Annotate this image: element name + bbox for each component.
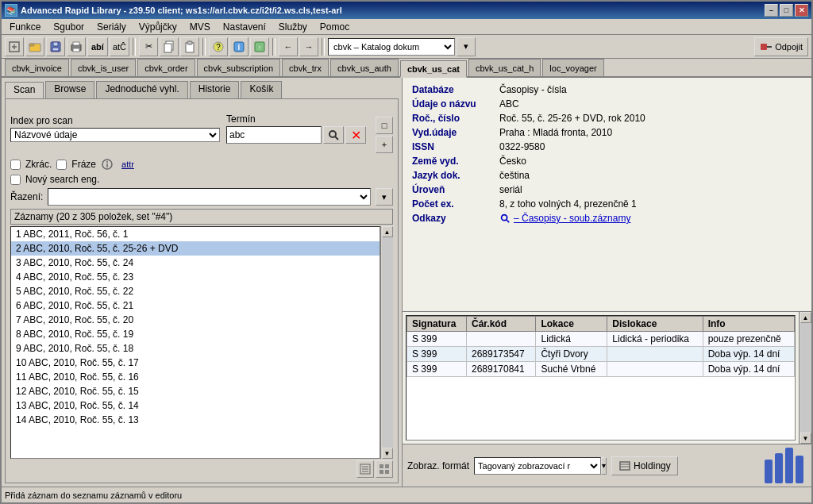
toolbar-copy-btn[interactable] (160, 37, 179, 56)
tab-cbvk-us-cat-h[interactable]: cbvk_us_cat_h (468, 59, 541, 76)
tab-cbvk-order[interactable]: cbvk_order (137, 59, 195, 76)
list-item[interactable]: 7 ABC, 2010, Roč. 55, č. 20 (11, 313, 380, 327)
tab-cbvk-subscription[interactable]: cbvk_subscription (197, 59, 280, 76)
maximize-button[interactable]: □ (780, 4, 793, 17)
sub-tabs: Scan Browse Jednoduché vyhl. Historie Ko… (2, 78, 402, 98)
format-dropdown-btn[interactable]: ▾ (601, 457, 607, 475)
list-item[interactable]: 6 ABC, 2010, Roč. 55, č. 21 (11, 298, 380, 313)
toolbar-export-btn[interactable]: ↑ (250, 37, 269, 56)
toolbar-cut-btn[interactable]: ✂ (139, 37, 158, 56)
logo-area (765, 448, 807, 483)
list-item[interactable]: 10 ABC, 2010, Roč. 55, č. 17 (11, 356, 380, 370)
clear-button[interactable]: ✕ (345, 126, 366, 144)
tab-cbvk-invoice[interactable]: cbvk_invoice (5, 59, 69, 76)
detail-field-label: Jazyk dok. (409, 168, 496, 183)
extra-btn-2[interactable]: + (376, 136, 393, 153)
list-item[interactable]: 12 ABC, 2010, Roč. 55, č. 15 (11, 384, 380, 398)
left-panel: Scan Browse Jednoduché vyhl. Historie Ko… (2, 78, 403, 487)
list-scrollbar[interactable]: ▲ ▼ (380, 226, 393, 459)
list-item[interactable]: 14 ABC, 2010, Roč. 55, č. 13 (11, 413, 380, 427)
menu-sgubor[interactable]: Sgubor (47, 20, 91, 34)
menu-vypujcky[interactable]: Výpůjčky (133, 20, 183, 34)
sub-tab-jednoduche[interactable]: Jednoduché vyhl. (96, 81, 187, 98)
menu-mvs[interactable]: MVS (183, 20, 217, 34)
detail-field-label: Země vyd. (409, 154, 496, 168)
holdings-scrollbar[interactable]: ▲ ▼ (799, 312, 811, 444)
index-select[interactable]: Názvové údaje (10, 128, 220, 142)
toolbar-print-btn[interactable] (67, 37, 86, 56)
toolbar-help-btn[interactable]: ? (209, 37, 228, 56)
toolbar-sep-3 (272, 38, 275, 56)
toolbar-spellcheck-btn[interactable]: abí (87, 37, 108, 56)
list-action-btn-1[interactable] (356, 460, 374, 478)
menu-pomoc[interactable]: Pomoc (314, 20, 356, 34)
format-combo[interactable]: Tagovaný zobrazovací r (474, 457, 601, 475)
search-link-icon[interactable] (499, 213, 511, 224)
search-icon (327, 129, 340, 141)
toolbar-back-btn[interactable] (5, 37, 24, 56)
catalog-combo[interactable]: cbvk – Katalog dokum (328, 38, 455, 56)
sub-tab-scan[interactable]: Scan (5, 82, 44, 99)
sub-tab-historie[interactable]: Historie (190, 81, 240, 98)
list-item[interactable]: 13 ABC, 2010, Roč. 55, č. 14 (11, 398, 380, 413)
cmd-icon: i (233, 40, 245, 53)
toolbar-nav-back-btn[interactable]: ← (279, 37, 298, 56)
extra-btn-1[interactable]: □ (376, 117, 393, 134)
list-item[interactable]: 11 ABC, 2010, Roč. 55, č. 16 (11, 370, 380, 384)
minimize-button[interactable]: – (765, 4, 778, 17)
toolbar-abc-btn[interactable]: atĈ (110, 37, 129, 56)
attr-button[interactable]: attr (121, 160, 134, 169)
detail-table: Databáze Časopisy - čísla Údaje o názvu … (409, 83, 805, 225)
toolbar-cmd-btn[interactable]: i (229, 37, 249, 56)
tab-cbvk-us-auth[interactable]: cbvk_us_auth (330, 59, 399, 76)
cell-carkod (466, 332, 535, 347)
svg-line-37 (507, 220, 510, 223)
menu-sluzby[interactable]: Služby (272, 20, 314, 34)
tab-cbvk-us-cat[interactable]: cbvk_us_cat (400, 60, 467, 78)
novy-row: Nový search eng. (10, 174, 393, 185)
termin-input[interactable] (226, 126, 322, 144)
tab-cbvk-trx[interactable]: cbvk_trx (282, 59, 329, 76)
novy-checkbox[interactable] (10, 175, 21, 185)
list-item[interactable]: 3 ABC, 2010, Roč. 55, č. 24 (11, 256, 380, 270)
zkrac-checkbox[interactable] (10, 160, 21, 170)
holdings-scroll-down[interactable]: ▼ (800, 433, 811, 444)
toolbar-save-btn[interactable] (46, 37, 65, 56)
fraze-checkbox[interactable] (56, 160, 67, 170)
toolbar-open-btn[interactable] (25, 37, 44, 56)
records-list[interactable]: 1 ABC, 2011, Roč. 56, č. 1 2 ABC, 2010, … (10, 226, 380, 459)
list-item[interactable]: 1 ABC, 2011, Roč. 56, č. 1 (11, 227, 380, 241)
link-text[interactable]: – Časopisy - soub.záznamy (514, 213, 630, 224)
list-icon (359, 463, 372, 475)
list-item[interactable]: 9 ABC, 2010, Roč. 55, č. 18 (11, 341, 380, 356)
list-item[interactable]: 5 ABC, 2010, Roč. 55, č. 22 (11, 284, 380, 298)
menu-serials[interactable]: Seriály (91, 20, 133, 34)
search-button[interactable] (323, 126, 344, 144)
menu-funkce[interactable]: Funkce (3, 20, 47, 34)
list-item[interactable]: 4 ABC, 2010, Roč. 55, č. 23 (11, 270, 380, 284)
holdings-scroll-up[interactable]: ▲ (800, 312, 811, 323)
disconnect-button[interactable]: Odpojit (754, 37, 808, 56)
razeni-dropdown-btn[interactable]: ▾ (376, 188, 393, 206)
svg-rect-10 (73, 48, 79, 52)
scroll-up-btn[interactable]: ▲ (382, 226, 393, 237)
sub-tab-browse[interactable]: Browse (45, 81, 94, 98)
list-item[interactable]: 2 ABC, 2010, Roč. 55, č. 25-26 + DVD (11, 241, 380, 256)
tab-cbvk-is-user[interactable]: cbvk_is_user (71, 59, 136, 76)
cell-lokace: Suché Vrbné (536, 362, 607, 377)
detail-row: ISSN 0322-9580 (409, 140, 805, 154)
scroll-down-btn[interactable]: ▼ (382, 448, 393, 459)
razeni-combo[interactable] (48, 188, 371, 206)
holdingy-button[interactable]: Holdingy (611, 456, 678, 475)
list-action-btn-2[interactable] (376, 460, 393, 478)
list-item[interactable]: 8 ABC, 2010, Roč. 55, č. 19 (11, 327, 380, 341)
menu-nastaveni[interactable]: Nastavení (217, 20, 272, 34)
catalog-combo-btn[interactable]: ▾ (457, 37, 476, 56)
sub-tab-kosik[interactable]: Košík (241, 81, 282, 98)
toolbar-paste-btn[interactable] (180, 37, 199, 56)
right-panel: Databáze Časopisy - čísla Údaje o názvu … (403, 78, 811, 487)
close-button[interactable]: ✕ (795, 4, 808, 17)
toolbar-nav-fwd-btn[interactable]: → (299, 37, 318, 56)
tab-loc-voyager[interactable]: loc_voyager (542, 59, 603, 76)
fraze-label: Fráze (71, 159, 96, 170)
